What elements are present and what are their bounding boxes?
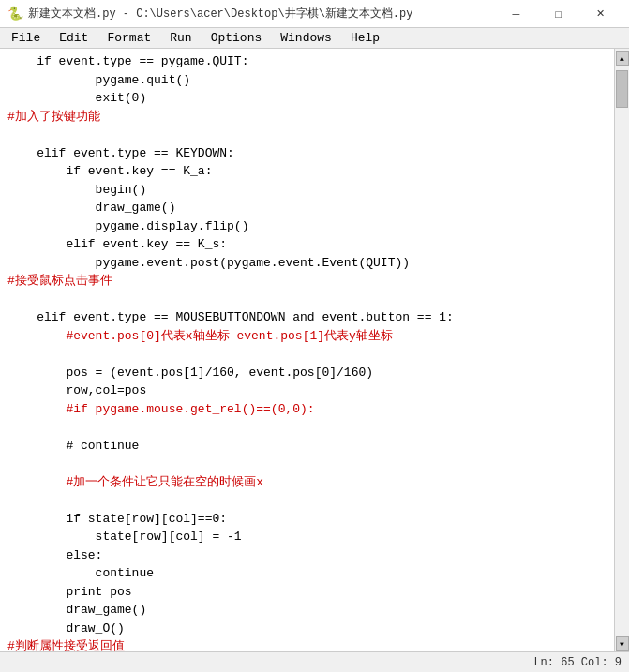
titlebar-left: 🐍 新建文本文档.py - C:\Users\acer\Desktop\井字棋\… [7,6,412,22]
code-line: if event.key == K_a: [7,162,614,181]
code-block: if event.type == pygame.QUIT: pygame.qui… [7,52,614,651]
code-line: #加入了按键功能 [7,108,614,127]
code-line: pygame.quit() [7,71,614,90]
code-line: elif event.type == KEYDOWN: [7,144,614,163]
editor-container: if event.type == pygame.QUIT: pygame.qui… [0,49,629,651]
code-line: draw_O() [7,620,614,638]
scrollbar-down-button[interactable]: ▼ [616,636,629,651]
code-line [7,291,614,309]
code-line: pos = (event.pos[1]/160, event.pos[0]/16… [7,364,614,382]
menu-run[interactable]: Run [162,28,199,49]
code-line: #判断属性接受返回值 [7,637,614,651]
code-line [7,418,614,437]
code-line: draw_game() [7,199,614,217]
minimize-button[interactable]: ─ [495,0,537,28]
code-line: draw_game() [7,601,614,620]
close-button[interactable]: ✕ [579,0,622,28]
app-icon: 🐍 [7,7,22,22]
code-line [7,126,614,144]
editor-scroll[interactable]: if event.type == pygame.QUIT: pygame.qui… [0,49,614,651]
code-line: begin() [7,181,614,200]
code-line: pygame.display.flip() [7,217,614,236]
menu-options[interactable]: Options [203,28,270,49]
code-line: elif event.type == MOUSEBUTTONDOWN and e… [7,308,614,327]
code-line: state[row][col] = -1 [7,528,614,546]
code-line: exit(0) [7,89,614,108]
code-line: #event.pos[0]代表x轴坐标 event.pos[1]代表y轴坐标 [7,327,614,346]
code-line [7,455,614,473]
code-line: else: [7,546,614,565]
code-line: if state[row][col]==0: [7,510,614,529]
code-line: elif event.key == K_s: [7,235,614,254]
menu-windows[interactable]: Windows [273,28,339,49]
code-line: print pos [7,583,614,602]
scrollbar-track[interactable]: ▲ ▼ [614,49,629,651]
code-line: pygame.event.post(pygame.event.Event(QUI… [7,254,614,273]
code-line [7,345,614,364]
titlebar: 🐍 新建文本文档.py - C:\Users\acer\Desktop\井字棋\… [0,0,629,28]
menu-file[interactable]: File [4,28,48,49]
maximize-button[interactable]: □ [537,0,579,28]
code-line: #if pygame.mouse.get_rel()==(0,0): [7,400,614,419]
code-line: #接受鼠标点击事件 [7,272,614,291]
statusbar: Ln: 65 Col: 9 [0,651,629,672]
scrollbar-thumb-area [615,66,629,636]
code-line [7,491,614,510]
cursor-position: Ln: 65 Col: 9 [533,656,622,669]
code-line: row,col=pos [7,381,614,400]
code-line: # continue [7,437,614,455]
code-line: #加一个条件让它只能在空的时候画x [7,473,614,492]
menu-edit[interactable]: Edit [52,28,96,49]
scrollbar-thumb[interactable] [616,70,628,108]
menu-help[interactable]: Help [343,28,387,49]
menu-format[interactable]: Format [99,28,158,49]
code-line: if event.type == pygame.QUIT: [7,52,614,71]
titlebar-controls[interactable]: ─ □ ✕ [495,0,622,28]
code-line: continue [7,564,614,583]
menubar: File Edit Format Run Options Windows Hel… [0,28,629,49]
scrollbar-up-button[interactable]: ▲ [616,51,629,66]
window-title: 新建文本文档.py - C:\Users\acer\Desktop\井字棋\新建… [28,6,412,22]
